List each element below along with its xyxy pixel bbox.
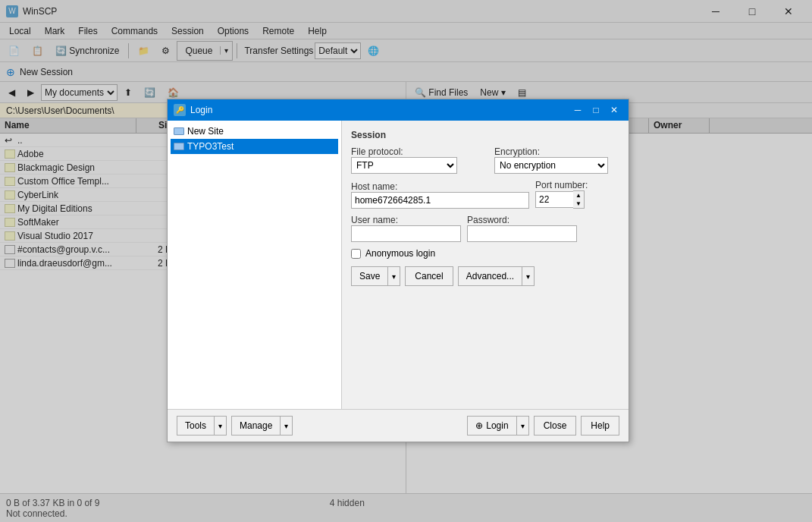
file-protocol-select[interactable]: FTP SFTP SCP WebDAV: [351, 157, 457, 174]
host-port-fields: Host name: Port number: ▲ ▼: [351, 180, 619, 209]
login-label: Login: [486, 420, 508, 431]
tree-item-typo3test[interactable]: TYPO3Test: [171, 139, 338, 154]
manage-main[interactable]: Manage: [232, 417, 280, 435]
advanced-arrow[interactable]: ▾: [522, 267, 534, 285]
user-name-label: User name:: [351, 215, 461, 225]
user-pass-row: User name: Password:: [351, 215, 619, 242]
dialog-tree-pane: New Site TYPO3Test: [168, 121, 342, 409]
password-label: Password:: [467, 215, 577, 225]
file-protocol-group: File protocol: FTP SFTP SCP WebDAV: [351, 146, 476, 174]
tree-item-new-site[interactable]: New Site: [171, 124, 338, 139]
encryption-select[interactable]: No encryption TLS/SSL Explicit encryptio…: [494, 157, 608, 174]
spinner-down[interactable]: ▼: [573, 200, 584, 208]
save-main[interactable]: Save: [352, 267, 387, 285]
dialog-session-pane: Session File protocol: FTP SFTP SCP WebD…: [342, 121, 629, 409]
anon-login-row: Anonymous login: [351, 248, 619, 259]
user-name-input[interactable]: [351, 225, 461, 242]
action-buttons-row: Save ▾ Cancel Advanced... ▾: [351, 266, 619, 286]
tools-main[interactable]: Tools: [177, 417, 214, 435]
host-name-input[interactable]: [351, 192, 529, 209]
password-group: Password:: [467, 215, 577, 242]
login-main[interactable]: ⊕ Login: [468, 417, 516, 435]
spinner-up[interactable]: ▲: [573, 191, 584, 200]
password-input[interactable]: [467, 225, 577, 242]
dialog-title-text: Login: [190, 105, 212, 115]
tools-arrow[interactable]: ▾: [214, 417, 226, 435]
footer-right: ⊕ Login ▾ Close Help: [467, 416, 619, 436]
advanced-main[interactable]: Advanced...: [459, 267, 522, 285]
manage-button[interactable]: Manage ▾: [231, 416, 293, 436]
manage-arrow[interactable]: ▾: [280, 417, 292, 435]
session-section-label: Session: [351, 130, 619, 140]
port-spinner: ▲ ▼: [535, 190, 596, 209]
login-icon: ⊕: [475, 420, 483, 431]
login-arrow[interactable]: ▾: [516, 417, 528, 435]
file-protocol-row: File protocol: FTP SFTP SCP WebDAV Encry…: [351, 146, 619, 174]
anon-login-checkbox[interactable]: [351, 249, 361, 259]
host-name-label: Host name:: [351, 181, 529, 192]
port-input[interactable]: [535, 191, 573, 208]
port-number-group: Port number: ▲ ▼: [535, 180, 596, 209]
dialog-title-controls: ─ □ ✕: [569, 102, 622, 118]
host-port-row: Host name: Port number: ▲ ▼: [351, 180, 619, 209]
typo3-label: TYPO3Test: [187, 141, 234, 152]
new-site-icon: [174, 127, 184, 135]
spinner-arrows: ▲ ▼: [573, 190, 585, 209]
anon-login-label: Anonymous login: [365, 248, 435, 259]
host-name-group: Host name:: [351, 181, 529, 209]
typo3-icon: [174, 143, 184, 150]
footer-left: Tools ▾ Manage ▾: [177, 416, 293, 436]
dialog-footer: Tools ▾ Manage ▾ ⊕ Login ▾ Close Help: [168, 409, 629, 442]
username-group: User name:: [351, 215, 461, 242]
dialog-title-bar: 🔑 Login ─ □ ✕: [168, 99, 629, 121]
dialog-title-left: 🔑 Login: [174, 104, 212, 116]
dialog-maximize[interactable]: □: [588, 102, 604, 118]
encryption-group: Encryption: No encryption TLS/SSL Explic…: [494, 146, 619, 174]
save-arrow[interactable]: ▾: [387, 267, 400, 285]
port-number-label: Port number:: [535, 180, 596, 190]
tools-button[interactable]: Tools ▾: [177, 416, 227, 436]
dialog-close[interactable]: ✕: [606, 102, 622, 118]
dialog-close-btn[interactable]: Close: [534, 416, 577, 436]
dialog-body: New Site TYPO3Test Session File protocol…: [168, 121, 629, 409]
dialog-minimize[interactable]: ─: [569, 102, 586, 118]
help-button[interactable]: Help: [581, 416, 619, 436]
cancel-button[interactable]: Cancel: [405, 266, 453, 286]
dialog-title-icon: 🔑: [174, 104, 186, 116]
advanced-button-split[interactable]: Advanced... ▾: [458, 266, 535, 286]
file-protocol-label: File protocol:: [351, 146, 476, 157]
login-dialog: 🔑 Login ─ □ ✕ New Site TYPO3Test Session: [167, 99, 629, 442]
login-button[interactable]: ⊕ Login ▾: [467, 416, 528, 436]
new-site-label: New Site: [187, 126, 224, 137]
save-button-split[interactable]: Save ▾: [351, 266, 400, 286]
encryption-label: Encryption:: [494, 146, 619, 157]
